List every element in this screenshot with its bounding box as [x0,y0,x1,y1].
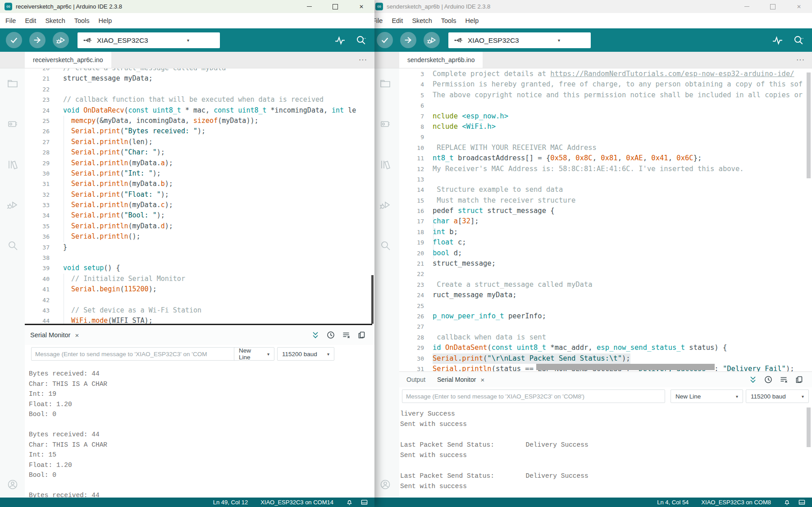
code-line[interactable]: 27 Serial.println(len); [25,137,374,147]
menu-item-help[interactable]: Help [94,17,117,24]
upload-button[interactable] [29,32,46,48]
code-text[interactable]: // Set device as a Wi-Fi Station [63,305,201,316]
code-text[interactable]: Structure example to send data [433,185,563,195]
code-text[interactable]: Serial.println(myData.b); [63,179,173,189]
code-text[interactable]: Serial.begin(115200); [63,284,157,294]
sketchbook-icon[interactable] [7,77,18,89]
code-text[interactable]: nclude <WiFi.h> [433,122,496,132]
code-text[interactable]: pedef struct struct_message { [433,206,555,216]
code-text[interactable]: Serial.println(len); [63,137,153,147]
code-line[interactable]: 23// callback function that will be exec… [25,95,374,105]
code-line[interactable]: 8nclude <WiFi.h> [399,122,812,132]
library-manager-icon[interactable] [7,158,18,170]
code-line[interactable]: 39void setup() { [25,263,374,273]
board-selector[interactable]: XIAO_ESP32C3 ▾ [78,32,220,48]
code-line[interactable]: 13 [399,174,812,185]
code-line[interactable]: 29 Serial.println(myData.a); [25,158,374,168]
debug-button[interactable] [424,32,440,48]
code-text[interactable]: Serial.println(); [63,231,141,242]
tab-overflow-menu[interactable]: ··· [359,52,367,68]
code-line[interactable]: 24ruct_message myData; [399,290,812,300]
code-line[interactable]: 18int b; [399,227,812,237]
notifications-bell-icon[interactable] [346,499,353,506]
code-text[interactable]: Create a struct_message called myData [433,280,593,290]
editor-vertical-scrollbar[interactable] [371,275,374,324]
code-text[interactable]: Serial.println(myData.c); [63,200,173,210]
code-text[interactable]: My Receiver's MAC Address is: 58:8C:81:A… [433,164,744,174]
code-text[interactable]: Complete project details at https://Rand… [433,69,794,79]
editor-vertical-scrollbar[interactable] [807,72,811,178]
code-line[interactable]: 23 Create a struct_message called myData [399,280,812,290]
close-button[interactable]: ✕ [348,0,374,13]
baud-rate-select[interactable]: 115200 baud ▾ [277,347,334,361]
search-icon[interactable] [7,240,18,251]
code-line[interactable]: 30 Serial.print("Int: "); [25,168,374,179]
code-text[interactable]: Serial.print("Bool: "); [63,210,165,221]
menu-item-edit[interactable]: Edit [387,17,407,24]
serial-monitor-tab[interactable]: Serial Monitor [30,331,70,339]
collapse-panel-icon[interactable] [749,376,757,384]
close-panel-icon[interactable]: × [75,331,79,339]
sketchbook-icon[interactable] [379,77,391,89]
close-button[interactable]: ✕ [786,0,812,13]
code-line[interactable]: 42 [25,295,374,305]
code-line[interactable]: 10 REPLACE WITH YOUR RECEIVER MAC Addres… [399,143,812,153]
code-line[interactable]: 15 Must match the receiver structure [399,195,812,206]
debug-sidebar-icon[interactable] [379,199,391,211]
code-text[interactable]: struct_message myData; [63,73,153,84]
menu-item-tools[interactable]: Tools [437,17,461,24]
code-text[interactable]: Serial.print("Char: "); [63,147,165,158]
serial-message-input[interactable] [31,347,265,361]
clear-output-icon[interactable] [780,376,788,384]
code-text[interactable]: Permission is hereby granted, free of ch… [433,79,803,90]
menu-item-tools[interactable]: Tools [70,17,94,24]
code-line[interactable]: 6 [399,100,812,111]
cursor-position[interactable]: Ln 4, Col 54 [657,499,689,506]
code-line[interactable]: 26 Serial.print("Bytes received: "); [25,126,374,136]
output-vertical-scrollbar[interactable] [807,407,811,447]
code-text[interactable]: int b; [433,227,458,237]
toggle-panel-icon[interactable] [798,499,805,506]
boards-manager-icon[interactable] [379,118,391,130]
code-line[interactable]: 41 Serial.begin(115200); [25,284,374,294]
code-line[interactable]: 3Complete project details at https://Ran… [399,69,812,79]
code-text[interactable]: void setup() { [63,263,120,273]
serial-plotter-icon[interactable] [772,35,783,46]
code-editor[interactable]: 3Complete project details at https://Ran… [399,68,812,371]
code-text[interactable]: ruct_message myData; [433,290,517,300]
library-manager-icon[interactable] [379,158,391,170]
minimize-button[interactable] [734,0,760,13]
code-line[interactable]: 19float c; [399,237,812,248]
code-line[interactable]: 32 Serial.print("Float: "); [25,190,374,200]
line-ending-select[interactable]: New Line ▾ [671,389,743,403]
code-line[interactable]: 34 Serial.print("Bool: "); [25,210,374,221]
serial-monitor-output[interactable]: Bytes received: 44Char: THIS IS A CHARIn… [25,363,372,498]
code-line[interactable]: 7nclude <esp_now.h> [399,111,812,122]
tab-sendersketch[interactable]: sendersketch_apr6b.ino [399,52,483,68]
verify-button[interactable] [6,32,22,48]
line-ending-select[interactable]: New Line ▾ [234,347,274,361]
code-line[interactable]: 37} [25,242,374,253]
code-text[interactable]: callback when data is sent [433,332,546,343]
board-selector[interactable]: XIAO_ESP32C3 ▾ [448,32,591,48]
code-line[interactable]: 4Permission is hereby granted, free of c… [399,79,812,90]
serial-plotter-icon[interactable] [334,35,346,46]
toggle-panel-icon[interactable] [361,499,368,506]
code-line[interactable]: 21struct_message; [399,258,812,269]
code-text[interactable]: memcpy(&myData, incomingData, sizeof(myD… [63,116,259,126]
code-line[interactable]: 22 [25,84,374,95]
code-line[interactable]: 30Serial.print("\r\nLast Packet Send Sta… [399,353,812,364]
code-line[interactable]: 16pedef struct struct_message { [399,206,812,216]
minimize-button[interactable] [296,0,322,13]
code-line[interactable]: 12My Receiver's MAC Address is: 58:8C:81… [399,164,812,174]
code-line[interactable]: 44 WiFi.mode(WIFI_STA); [25,316,374,324]
menu-item-sketch[interactable]: Sketch [41,17,69,24]
debug-button[interactable] [53,32,69,48]
account-icon[interactable] [379,479,391,490]
code-text[interactable]: Must match the receiver structure [433,195,575,206]
menu-item-file[interactable]: File [1,17,20,24]
panel-resize-sash[interactable] [25,324,372,325]
tab-receiversketch[interactable]: receiversketch_apr6c.ino [25,52,111,68]
code-line[interactable]: 28 callback when data is sent [399,332,812,343]
code-line[interactable]: 22 [399,269,812,279]
